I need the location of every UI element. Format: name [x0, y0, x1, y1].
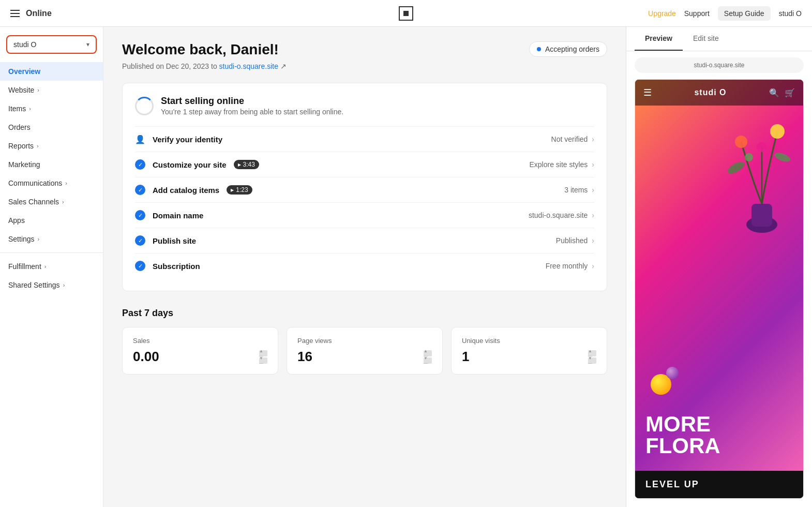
stat-arrow-down-pageviews: ▼ —: [424, 357, 432, 364]
setup-row-catalog-right: 3 items ›: [564, 186, 594, 194]
sidebar-item-fulfillment-label: Fulfillment: [8, 262, 41, 271]
check-icon-domain: ✓: [135, 210, 145, 220]
setup-row-catalog-left: ✓ Add catalog items ▶ 1:23: [135, 185, 252, 195]
user-menu[interactable]: studi O: [779, 9, 802, 18]
svg-rect-1: [751, 204, 772, 227]
support-button[interactable]: Support: [684, 9, 710, 18]
store-selector-label: studi O: [13, 40, 36, 49]
store-selector[interactable]: studi O ▾: [6, 35, 97, 54]
setup-row-customize-status: Explore site styles: [530, 160, 588, 169]
website-caret: ›: [37, 87, 39, 93]
setup-row-domain-label: Domain name: [153, 211, 203, 220]
svg-point-5: [745, 153, 753, 161]
setup-header-text: Start selling online You're 1 step away …: [161, 96, 343, 116]
setup-row-verify[interactable]: 👤 Verify your identity Not verified ›: [135, 126, 594, 152]
check-icon-customize: ✓: [135, 159, 145, 170]
welcome-header: Welcome back, Daniel! Accepting orders: [122, 41, 607, 58]
stat-value-pageviews: 16: [297, 349, 312, 365]
hamburger-phone-icon: ☰: [643, 87, 652, 98]
stats-cards: Sales 0.00 ▲ — ▼ — Page views 16 ▲: [122, 327, 607, 375]
top-nav-center: [399, 6, 413, 21]
external-link-icon: ↗: [280, 62, 287, 70]
person-icon: 👤: [135, 134, 145, 144]
top-nav-right: Upgrade Support Setup Guide studi O: [648, 6, 802, 21]
stat-card-pageviews: Page views 16 ▲ — ▼ —: [287, 327, 443, 375]
hamburger-menu[interactable]: [10, 10, 20, 17]
sidebar: studi O ▾ Overview Website › Items › Ord…: [0, 27, 103, 507]
chevron-right-icon-4: ›: [592, 211, 594, 219]
sidebar-item-apps[interactable]: Apps: [0, 211, 103, 230]
hero-more-text: MORE: [645, 413, 720, 435]
sidebar-item-sales-channels-label: Sales Channels: [8, 198, 59, 206]
sidebar-item-website-label: Website: [8, 86, 34, 94]
phone-header-icons: 🔍 🛒: [769, 88, 795, 98]
plant-decoration: [720, 100, 803, 235]
sidebar-item-shared-settings[interactable]: Shared Settings ›: [0, 276, 103, 294]
sidebar-item-marketing[interactable]: Marketing: [0, 155, 103, 174]
shared-settings-caret: ›: [63, 282, 65, 288]
setup-subtitle: You're 1 step away from being able to st…: [161, 108, 343, 116]
settings-caret: ›: [38, 236, 40, 242]
sidebar-item-apps-label: Apps: [8, 216, 25, 225]
upgrade-button[interactable]: Upgrade: [648, 9, 676, 18]
play-icon-2: ▶: [231, 188, 234, 192]
setup-row-customize[interactable]: ✓ Customize your site ▶ 3:43 Explore sit…: [135, 152, 594, 177]
setup-row-catalog-label: Add catalog items: [153, 186, 219, 195]
phone-header: ☰ studi O 🔍 🛒: [635, 80, 803, 106]
svg-point-2: [735, 136, 747, 148]
setup-row-publish-status: Published: [556, 236, 588, 245]
square-logo-inner: [403, 11, 409, 16]
sidebar-item-items-label: Items: [8, 105, 26, 113]
check-icon-publish: ✓: [135, 235, 145, 246]
cart-icon: 🛒: [785, 88, 795, 98]
video-badge-customize: ▶ 3:43: [234, 160, 259, 169]
chevron-right-icon-3: ›: [592, 186, 594, 194]
accepting-orders-label: Accepting orders: [545, 45, 599, 53]
sidebar-item-sales-channels[interactable]: Sales Channels ›: [0, 192, 103, 211]
check-icon-subscription: ✓: [135, 261, 145, 271]
published-link[interactable]: studi-o.square.site: [219, 62, 278, 70]
sidebar-item-communications[interactable]: Communications ›: [0, 174, 103, 192]
setup-row-subscription[interactable]: ✓ Subscription Free monthly ›: [135, 253, 594, 278]
video-badge-catalog: ▶ 1:23: [227, 185, 252, 195]
svg-point-4: [757, 142, 767, 152]
sidebar-item-reports[interactable]: Reports ›: [0, 137, 103, 155]
video-time-customize: 3:43: [243, 161, 255, 168]
top-nav: Online Upgrade Support Setup Guide studi…: [0, 0, 812, 27]
tab-edit-site[interactable]: Edit site: [683, 27, 729, 51]
sidebar-item-fulfillment[interactable]: Fulfillment ›: [0, 257, 103, 276]
sidebar-item-communications-label: Communications: [8, 179, 62, 187]
setup-row-customize-left: ✓ Customize your site ▶ 3:43: [135, 159, 259, 170]
setup-header: Start selling online You're 1 step away …: [135, 96, 594, 116]
check-icon-catalog: ✓: [135, 185, 145, 195]
setup-title: Start selling online: [161, 96, 343, 107]
stat-arrows-pageviews: ▲ — ▼ —: [424, 350, 432, 364]
setup-guide-button[interactable]: Setup Guide: [718, 6, 771, 21]
sidebar-item-orders[interactable]: Orders: [0, 118, 103, 137]
preview-phone: ☰ studi O 🔍 🛒 MORE FLORA LEVEL UP: [635, 79, 804, 499]
setup-row-publish[interactable]: ✓ Publish site Published ›: [135, 228, 594, 253]
stat-label-visits: Unique visits: [462, 337, 596, 345]
phone-mockup: ☰ studi O 🔍 🛒 MORE FLORA LEVEL UP: [635, 80, 803, 498]
hero-flora-text: FLORA: [645, 435, 720, 457]
setup-row-customize-label: Customize your site: [153, 160, 227, 169]
chevron-right-icon-5: ›: [592, 236, 594, 245]
setup-card: Start selling online You're 1 step away …: [122, 83, 607, 291]
tab-preview[interactable]: Preview: [635, 27, 683, 51]
sidebar-item-items[interactable]: Items ›: [0, 99, 103, 118]
setup-row-subscription-label: Subscription: [153, 262, 200, 271]
stat-card-visits: Unique visits 1 ▲ — ▼ —: [451, 327, 607, 375]
sidebar-item-settings[interactable]: Settings ›: [0, 230, 103, 248]
video-time-catalog: 1:23: [236, 186, 248, 193]
search-icon: 🔍: [769, 88, 779, 98]
sidebar-item-website[interactable]: Website ›: [0, 81, 103, 99]
setup-row-domain[interactable]: ✓ Domain name studi-o.square.site ›: [135, 202, 594, 228]
stat-label-sales: Sales: [133, 337, 267, 345]
store-selector-chevron: ▾: [86, 41, 89, 48]
phone-footer: LEVEL UP: [635, 471, 803, 498]
sidebar-item-overview[interactable]: Overview: [0, 62, 103, 81]
sidebar-item-marketing-label: Marketing: [8, 160, 40, 169]
setup-row-verify-label: Verify your identity: [153, 135, 222, 144]
brand-name: Online: [26, 9, 52, 18]
setup-row-catalog[interactable]: ✓ Add catalog items ▶ 1:23 3 items ›: [135, 177, 594, 202]
